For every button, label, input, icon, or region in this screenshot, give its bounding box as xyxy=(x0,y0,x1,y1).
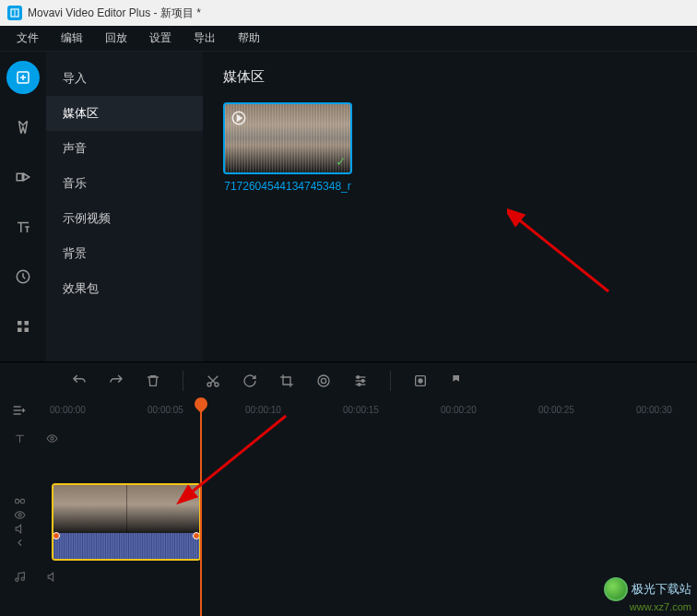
timeline-tracks xyxy=(0,425,697,616)
rotate-button[interactable] xyxy=(237,368,263,394)
svg-rect-10 xyxy=(25,328,30,333)
svg-rect-8 xyxy=(25,321,30,326)
sidebar-item-effects[interactable]: 效果包 xyxy=(46,271,203,306)
add-track-button[interactable] xyxy=(11,403,26,421)
redo-button[interactable] xyxy=(103,368,129,394)
svg-point-35 xyxy=(15,578,18,581)
svg-point-20 xyxy=(357,376,360,379)
svg-point-21 xyxy=(361,380,364,383)
svg-rect-32 xyxy=(20,499,24,503)
cut-button[interactable] xyxy=(200,368,226,394)
sidebar-item-background[interactable]: 背景 xyxy=(46,236,203,271)
text-icon xyxy=(14,432,26,444)
clip-handle-right[interactable] xyxy=(193,532,200,539)
menu-export[interactable]: 导出 xyxy=(184,27,225,50)
separator xyxy=(183,371,183,391)
svg-point-30 xyxy=(50,436,53,439)
video-clip[interactable] xyxy=(52,483,201,561)
svg-point-34 xyxy=(18,514,20,516)
menu-edit[interactable]: 编辑 xyxy=(52,27,92,50)
menu-help[interactable]: 帮助 xyxy=(229,27,269,50)
import-tool[interactable] xyxy=(6,61,40,94)
sidebar-item-sound[interactable]: 声音 xyxy=(46,131,203,166)
watermark-name: 极光下载站 xyxy=(632,581,691,598)
time-mark: 00:00:05 xyxy=(148,405,183,415)
speaker-icon[interactable] xyxy=(14,523,26,535)
menu-playback[interactable]: 回放 xyxy=(96,27,136,50)
titlebar: Movavi Video Editor Plus - 新项目 * xyxy=(0,0,697,26)
transitions-tool[interactable] xyxy=(6,160,40,194)
svg-point-13 xyxy=(207,383,211,386)
window-title: Movavi Video Editor Plus - 新项目 * xyxy=(28,6,201,21)
link-icon[interactable] xyxy=(14,495,26,507)
marker-button[interactable] xyxy=(444,368,470,394)
speaker-icon xyxy=(46,571,58,583)
time-mark: 00:00:15 xyxy=(343,405,379,415)
watermark-url: www.xz7.com xyxy=(604,601,691,612)
audio-track[interactable] xyxy=(0,563,697,589)
thumbnail-image: ✓ xyxy=(223,102,352,174)
video-track[interactable] xyxy=(0,480,697,563)
more-tool[interactable] xyxy=(6,310,40,343)
track-mute[interactable] xyxy=(46,571,65,583)
eye-icon[interactable] xyxy=(14,509,26,521)
media-thumbnail[interactable]: ✓ 7172604544134745348_r xyxy=(223,102,352,195)
svg-point-16 xyxy=(318,375,329,386)
time-mark: 00:00:25 xyxy=(538,405,574,415)
music-icon xyxy=(14,571,26,583)
sidebar-item-media[interactable]: 媒体区 xyxy=(46,96,203,131)
svg-rect-9 xyxy=(18,328,22,333)
main-area: 导入 媒体区 声音 音乐 示例视频 背景 效果包 媒体区 ✓ 717260454… xyxy=(0,52,697,361)
titles-tool[interactable] xyxy=(6,210,40,243)
eye-icon xyxy=(46,432,58,444)
time-mark: 00:00:00 xyxy=(50,405,86,415)
app-icon xyxy=(7,6,22,20)
svg-rect-7 xyxy=(18,321,22,326)
sidebar: 导入 媒体区 声音 音乐 示例视频 背景 效果包 xyxy=(46,52,203,361)
clip-video-preview xyxy=(53,485,199,533)
delete-button[interactable] xyxy=(140,368,166,394)
annotation-arrow-1 xyxy=(507,208,618,301)
toolstrip xyxy=(0,52,46,361)
svg-point-22 xyxy=(358,384,360,386)
watermark-badge xyxy=(604,577,628,601)
section-title: 媒体区 xyxy=(223,68,677,86)
svg-point-14 xyxy=(215,383,219,386)
content-panel: 媒体区 ✓ 7172604544134745348_r xyxy=(203,52,697,361)
time-marks: 00:00:00 00:00:05 00:00:10 00:00:15 00:0… xyxy=(46,399,697,425)
menubar: 文件 编辑 回放 设置 导出 帮助 xyxy=(0,26,697,52)
track-visibility[interactable] xyxy=(46,432,65,444)
title-track[interactable] xyxy=(0,425,697,451)
menu-settings[interactable]: 设置 xyxy=(140,27,181,50)
time-mark: 00:00:30 xyxy=(636,405,672,415)
clip-audio-waveform xyxy=(53,533,199,559)
svg-rect-31 xyxy=(15,499,18,503)
check-icon: ✓ xyxy=(336,154,347,169)
sidebar-item-music[interactable]: 音乐 xyxy=(46,166,203,201)
stickers-tool[interactable] xyxy=(6,260,40,293)
record-button[interactable] xyxy=(408,368,433,394)
adjust-button[interactable] xyxy=(348,368,373,394)
separator xyxy=(390,371,391,391)
svg-point-36 xyxy=(21,577,24,580)
svg-rect-5 xyxy=(17,173,22,181)
svg-point-15 xyxy=(321,378,325,383)
svg-line-12 xyxy=(516,218,608,291)
back-icon[interactable] xyxy=(14,537,26,549)
time-mark: 00:00:20 xyxy=(441,405,477,415)
clip-handle-left[interactable] xyxy=(53,532,60,539)
timeline-toolbar xyxy=(0,362,697,399)
sidebar-item-sample[interactable]: 示例视频 xyxy=(46,201,203,236)
color-button[interactable] xyxy=(311,368,337,394)
undo-button[interactable] xyxy=(66,368,92,394)
filters-tool[interactable] xyxy=(6,111,40,144)
audio-track-head xyxy=(0,571,46,583)
sidebar-item-import[interactable]: 导入 xyxy=(46,61,203,96)
watermark: 极光下载站 www.xz7.com xyxy=(604,577,691,612)
menu-file[interactable]: 文件 xyxy=(7,27,48,50)
video-track-head xyxy=(0,495,46,549)
svg-point-24 xyxy=(419,379,422,383)
crop-button[interactable] xyxy=(274,368,300,394)
timeline-ruler[interactable]: 00:00:00 00:00:05 00:00:10 00:00:15 00:0… xyxy=(0,399,697,425)
playhead[interactable] xyxy=(200,399,202,616)
